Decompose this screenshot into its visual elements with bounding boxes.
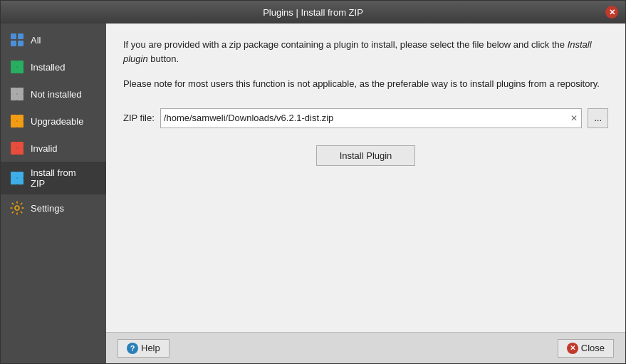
sidebar-item-all[interactable]: All bbox=[1, 26, 106, 53]
svg-rect-9 bbox=[17, 88, 24, 94]
puzzle-not-installed-icon bbox=[9, 86, 25, 102]
gear-settings-icon bbox=[9, 200, 25, 216]
svg-rect-8 bbox=[11, 88, 17, 94]
puzzle-install-zip-icon bbox=[9, 170, 25, 186]
zip-browse-button[interactable]: ... bbox=[588, 108, 608, 128]
sidebar-item-invalid-label: Invalid bbox=[31, 143, 58, 154]
install-plugin-button[interactable]: Install Plugin bbox=[316, 145, 416, 166]
sidebar-item-not-installed[interactable]: Not installed bbox=[1, 80, 106, 108]
svg-rect-6 bbox=[11, 67, 17, 73]
help-label: Help bbox=[141, 343, 160, 353]
bottom-bar: ? Help ✕ Close bbox=[106, 332, 625, 363]
svg-rect-17 bbox=[17, 142, 24, 148]
svg-rect-16 bbox=[11, 142, 17, 148]
svg-rect-11 bbox=[17, 94, 24, 100]
sidebar-item-installed-label: Installed bbox=[31, 62, 65, 73]
sidebar-item-invalid[interactable]: Invalid bbox=[1, 135, 106, 162]
svg-rect-20 bbox=[11, 172, 17, 178]
window-body: All Installed bbox=[1, 24, 625, 363]
close-label: Close bbox=[581, 343, 605, 353]
svg-rect-4 bbox=[11, 61, 17, 67]
sidebar-item-all-label: All bbox=[31, 35, 41, 46]
svg-rect-1 bbox=[18, 33, 24, 39]
svg-rect-10 bbox=[11, 94, 17, 100]
sidebar: All Installed bbox=[1, 24, 106, 363]
svg-rect-19 bbox=[17, 148, 24, 155]
sidebar-item-upgradeable-label: Upgradeable bbox=[31, 116, 83, 127]
install-button-row: Install Plugin bbox=[123, 145, 608, 166]
window-title: Plugins | Install from ZIP bbox=[21, 7, 605, 18]
puzzle-installed-icon bbox=[9, 59, 25, 75]
svg-rect-0 bbox=[11, 33, 16, 39]
svg-rect-21 bbox=[17, 172, 24, 178]
help-icon: ? bbox=[127, 343, 138, 354]
sidebar-item-install-zip-label: Install fromZIP bbox=[31, 167, 76, 189]
puzzle-upgradeable-icon bbox=[9, 113, 25, 129]
close-button[interactable]: ✕ Close bbox=[558, 339, 614, 358]
title-bar: Plugins | Install from ZIP ✕ bbox=[1, 1, 625, 24]
svg-rect-23 bbox=[17, 178, 24, 184]
zip-file-row: ZIP file: ✕ ... bbox=[123, 108, 608, 128]
svg-rect-22 bbox=[11, 178, 17, 184]
sidebar-item-upgradeable[interactable]: Upgradeable bbox=[1, 108, 106, 135]
info-text: If you are provided with a zip package c… bbox=[123, 38, 608, 66]
sidebar-item-install-from-zip[interactable]: Install fromZIP bbox=[1, 162, 106, 194]
note-text: Please note for most users this function… bbox=[123, 77, 608, 91]
help-button[interactable]: ? Help bbox=[118, 339, 169, 358]
zip-label: ZIP file: bbox=[123, 113, 155, 123]
svg-rect-15 bbox=[17, 121, 24, 128]
puzzle-invalid-icon bbox=[9, 140, 25, 156]
zip-file-input[interactable] bbox=[161, 111, 567, 125]
svg-rect-2 bbox=[11, 41, 16, 46]
svg-rect-18 bbox=[11, 148, 17, 155]
svg-point-24 bbox=[15, 206, 19, 210]
close-icon: ✕ bbox=[567, 343, 578, 354]
sidebar-item-installed[interactable]: Installed bbox=[1, 53, 106, 80]
zip-input-wrapper: ✕ bbox=[160, 108, 582, 128]
puzzle-all-icon bbox=[9, 32, 25, 48]
window-close-button[interactable]: ✕ bbox=[605, 6, 618, 19]
sidebar-item-not-installed-label: Not installed bbox=[31, 89, 82, 100]
svg-rect-3 bbox=[18, 41, 24, 46]
svg-rect-14 bbox=[11, 121, 17, 128]
sidebar-item-settings-label: Settings bbox=[31, 203, 64, 214]
svg-rect-5 bbox=[17, 61, 24, 67]
sidebar-item-settings[interactable]: Settings bbox=[1, 194, 106, 222]
svg-rect-12 bbox=[11, 115, 17, 121]
svg-rect-7 bbox=[17, 67, 24, 73]
italic-install-plugin: Install plugin bbox=[123, 39, 592, 64]
main-content: If you are provided with a zip package c… bbox=[106, 24, 625, 363]
content-area: If you are provided with a zip package c… bbox=[106, 24, 625, 332]
zip-clear-button[interactable]: ✕ bbox=[567, 111, 581, 125]
main-window: Plugins | Install from ZIP ✕ All bbox=[0, 0, 626, 364]
svg-rect-13 bbox=[17, 115, 24, 121]
